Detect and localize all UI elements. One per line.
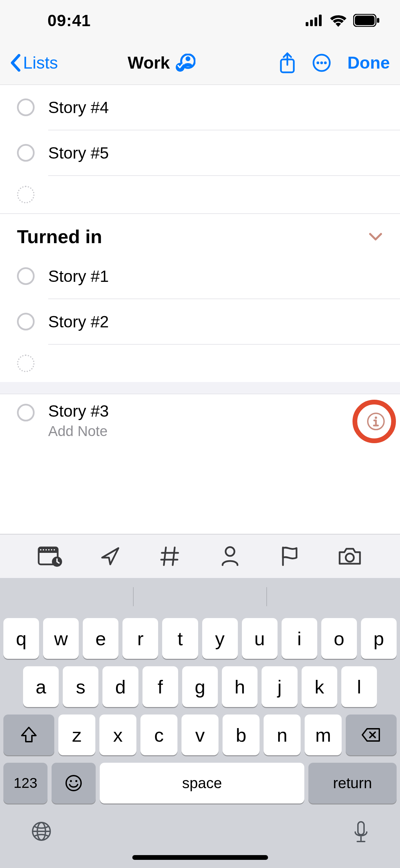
shared-people-icon[interactable]: [175, 54, 195, 72]
key-z[interactable]: z: [58, 715, 95, 755]
emoji-icon: [65, 774, 82, 792]
add-circle-icon[interactable]: [17, 355, 35, 372]
keyboard-row-4: 123 space return: [0, 763, 400, 810]
key-numbers[interactable]: 123: [3, 763, 47, 803]
reminder-title[interactable]: Story #5: [48, 144, 383, 162]
info-button[interactable]: [364, 410, 388, 433]
key-e[interactable]: e: [83, 618, 118, 659]
camera-button[interactable]: [335, 541, 365, 572]
key-n[interactable]: n: [264, 715, 301, 755]
svg-line-31: [173, 547, 175, 565]
key-x[interactable]: x: [99, 715, 136, 755]
complete-circle-icon[interactable]: [17, 144, 35, 162]
reminder-title[interactable]: Story #1: [48, 267, 383, 286]
new-reminder-placeholder[interactable]: [0, 345, 400, 382]
assign-button[interactable]: [215, 541, 245, 572]
date-time-button[interactable]: [35, 541, 65, 572]
key-i[interactable]: i: [282, 618, 317, 659]
key-u[interactable]: u: [242, 618, 278, 659]
key-o[interactable]: o: [321, 618, 357, 659]
key-l[interactable]: l: [341, 666, 377, 707]
globe-icon[interactable]: [31, 820, 52, 842]
key-v[interactable]: v: [182, 715, 218, 755]
key-b[interactable]: b: [223, 715, 260, 755]
section-header[interactable]: Turned in: [0, 213, 400, 254]
reminder-row[interactable]: Story #5: [0, 130, 400, 175]
key-space[interactable]: space: [100, 763, 304, 803]
svg-point-39: [66, 776, 81, 791]
svg-point-14: [320, 61, 323, 64]
flag-icon: [280, 545, 300, 567]
key-emoji[interactable]: [52, 763, 96, 803]
info-icon: [366, 412, 385, 431]
content-area: Story #4 Story #5 Turned in Story #1 Sto…: [0, 85, 400, 534]
key-h[interactable]: h: [222, 666, 258, 707]
key-r[interactable]: r: [122, 618, 158, 659]
key-s[interactable]: s: [63, 666, 98, 707]
nav-title: Work: [128, 53, 170, 73]
key-f[interactable]: f: [142, 666, 178, 707]
key-w[interactable]: w: [43, 618, 79, 659]
keyboard-row-3: z x c v b n m: [3, 715, 397, 755]
svg-point-34: [226, 547, 234, 556]
battery-icon: [353, 14, 380, 27]
svg-point-41: [75, 780, 77, 782]
keyboard-row-1: q w e r t y u i o p: [3, 618, 397, 659]
key-d[interactable]: d: [102, 666, 138, 707]
complete-circle-icon[interactable]: [17, 98, 35, 116]
svg-rect-0: [306, 22, 308, 26]
shift-icon: [20, 726, 37, 744]
complete-circle-icon[interactable]: [17, 404, 35, 421]
svg-point-8: [186, 56, 190, 61]
svg-rect-5: [355, 16, 375, 25]
svg-point-27: [51, 549, 52, 550]
editing-reminder-row[interactable]: Story #3 Add Note: [0, 394, 400, 449]
share-icon[interactable]: [279, 52, 296, 74]
svg-point-40: [70, 780, 72, 782]
svg-point-13: [317, 61, 319, 64]
add-circle-icon[interactable]: [17, 186, 35, 203]
key-q[interactable]: q: [3, 618, 39, 659]
reminder-row[interactable]: Story #2: [0, 299, 400, 344]
flag-button[interactable]: [274, 541, 305, 572]
mic-icon[interactable]: [353, 820, 369, 845]
reminder-title[interactable]: Story #4: [48, 98, 383, 117]
editing-reminder-title[interactable]: Story #3: [48, 402, 364, 420]
key-j[interactable]: j: [262, 666, 297, 707]
svg-point-24: [43, 549, 44, 550]
key-p[interactable]: p: [361, 618, 397, 659]
svg-point-23: [40, 549, 41, 550]
add-note-field[interactable]: Add Note: [48, 423, 364, 439]
new-reminder-placeholder[interactable]: [0, 176, 400, 213]
person-icon: [221, 545, 240, 567]
key-a[interactable]: a: [23, 666, 59, 707]
nav-bar: Lists Work Done: [0, 41, 400, 85]
key-g[interactable]: g: [182, 666, 218, 707]
reminder-title[interactable]: Story #2: [48, 312, 383, 331]
key-k[interactable]: k: [302, 666, 337, 707]
key-y[interactable]: y: [202, 618, 238, 659]
camera-icon: [338, 547, 362, 566]
cellular-icon: [306, 15, 323, 26]
key-delete[interactable]: [346, 715, 397, 755]
key-shift[interactable]: [3, 715, 54, 755]
key-return[interactable]: return: [308, 763, 397, 803]
chevron-down-icon[interactable]: [368, 232, 383, 241]
calendar-clock-icon: [37, 545, 63, 567]
location-button[interactable]: [95, 541, 126, 572]
wifi-icon: [329, 14, 347, 27]
svg-rect-45: [358, 822, 364, 835]
complete-circle-icon[interactable]: [17, 313, 35, 330]
reminder-row[interactable]: Story #1: [0, 254, 400, 299]
svg-line-30: [164, 547, 166, 565]
done-button[interactable]: Done: [347, 53, 390, 73]
home-indicator[interactable]: [132, 855, 268, 860]
editing-reminder-block: Story #3 Add Note: [0, 394, 400, 449]
key-t[interactable]: t: [162, 618, 198, 659]
tag-button[interactable]: [155, 541, 185, 572]
key-m[interactable]: m: [305, 715, 342, 755]
more-icon[interactable]: [312, 53, 331, 72]
key-c[interactable]: c: [140, 715, 177, 755]
reminder-row[interactable]: Story #4: [0, 85, 400, 130]
complete-circle-icon[interactable]: [17, 267, 35, 285]
